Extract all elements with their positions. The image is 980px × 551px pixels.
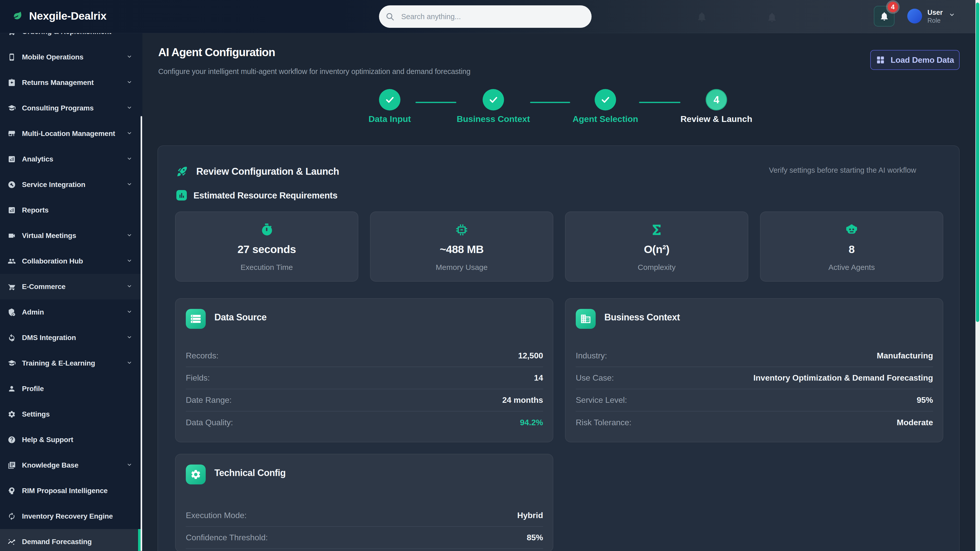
sidebar-item-settings[interactable]: Settings [0,402,142,427]
row-label: Confidence Threshold: [186,533,268,542]
sidebar-item-service-integration[interactable]: Service Integration [0,172,142,197]
top-header: Nexgile-Dealrix 4 User Role [0,0,975,33]
global-search [379,5,592,28]
search-input[interactable] [401,13,565,21]
sidebar-item-label: Knowledge Base [22,461,78,469]
sidebar-item-label: Service Integration [22,181,85,189]
step-data-input-label: Data Input [369,114,411,124]
robot-icon [845,223,859,237]
sidebar-item-label: DMS Integration [22,333,76,342]
user-menu[interactable]: User Role [928,8,943,24]
clipboard-return-icon [8,79,16,87]
row-value: 95% [917,395,933,405]
stat-label: Active Agents [829,263,875,272]
chevron-down-icon [126,334,133,341]
step-connector [530,102,570,103]
row-value: Inventory Optimization & Demand Forecast… [753,373,933,383]
sidebar-item-consulting-programs[interactable]: Consulting Programs [0,95,142,121]
gear-icon [8,410,16,418]
card-header: Data Source [186,309,267,329]
sidebar-item-knowledge-base[interactable]: Knowledge Base [0,453,142,478]
business-context-row: Industry: Manufacturing [576,345,933,367]
sidebar-item-profile[interactable]: Profile [0,376,142,402]
row-value: 24 months [502,395,543,405]
step-agent-selection-circle[interactable] [595,89,616,110]
row-label: Service Level: [576,395,627,405]
row-label: Fields: [186,373,210,383]
sidebar-item-label: Consulting Programs [22,104,94,112]
chevron-down-icon [126,283,133,290]
sidebar-item-admin[interactable]: Admin [0,300,142,325]
list-icon [186,309,206,329]
sidebar-item-analytics[interactable]: Analytics [0,146,142,172]
sidebar-item-label: Profile [22,385,44,393]
stat-label: Execution Time [240,263,293,272]
sidebar-item-label: Settings [22,410,50,418]
review-card-caption: Verify settings before starting the AI w… [769,166,916,175]
bell-icon [879,11,889,21]
chevron-down-icon [126,181,133,188]
chevron-down-icon [126,232,133,239]
step-connector [415,102,456,103]
sidebar-item-demand-forecasting[interactable]: Demand Forecasting [0,529,142,551]
step-business-context-circle[interactable] [483,89,504,110]
sidebar-item-ordering-replenishment[interactable]: Ordering & Replenishment [0,33,142,44]
sidebar-item-label: Inventory Recovery Engine [22,512,113,520]
tech-card-row: Technical Config Execution Mode: Hybrid … [175,454,943,551]
user-menu-chevron[interactable] [948,12,956,19]
avatar[interactable] [907,9,922,24]
review-card-header: Review Configuration & Launch [177,165,339,177]
user-role: Role [928,17,943,24]
card-rows: Industry: Manufacturing Use Case: Invent… [576,345,933,433]
sidebar-item-label: Returns Management [22,79,94,87]
row-label: Risk Tolerance: [576,418,632,427]
page-scrollbar[interactable] [975,0,980,551]
sidebar-item-collaboration-hub[interactable]: Collaboration Hub [0,248,142,274]
load-demo-data-button[interactable]: Load Demo Data [870,50,959,70]
step-review-launch-circle[interactable]: 4 [706,89,727,110]
card-header: Technical Config [186,465,286,484]
data-source-row: Fields: 14 [186,367,543,389]
sidebar-item-training-elearning[interactable]: Training & E-Learning [0,351,142,376]
row-label: Use Case: [576,373,614,383]
stat-memory-usage: ~488 MB Memory Usage [370,211,553,282]
row-value: 12,500 [518,351,543,360]
card-title: Technical Config [215,468,286,478]
sidebar-item-mobile-operations[interactable]: Mobile Operations [0,44,142,70]
chevron-down-icon [126,462,133,468]
review-card-title: Review Configuration & Launch [196,166,339,177]
row-value: Moderate [897,418,933,427]
sidebar-item-reports[interactable]: Reports [0,197,142,223]
refresh-icon [8,512,16,520]
page-scrollbar-thumb[interactable] [976,3,979,322]
stat-active-agents: 8 Active Agents [760,211,943,282]
step-data-input-circle[interactable] [379,89,401,110]
trending-up-icon [8,538,16,546]
data-source-row: Records: 12,500 [186,345,543,367]
chevron-down-icon [126,258,133,265]
sidebar-item-returns-management[interactable]: Returns Management [0,70,142,95]
data-source-card: Data Source Records: 12,500 Fields: 14 D… [175,298,553,442]
sync-icon [8,333,16,342]
sidebar-item-ecommerce[interactable]: E-Commerce [0,274,142,300]
sidebar-item-help-support[interactable]: Help & Support [0,427,142,453]
technical-config-row: Execution Mode: Hybrid [186,505,543,527]
sidebar-item-multi-location-management[interactable]: Multi-Location Management [0,121,142,146]
stat-value: 8 [849,243,854,256]
stat-value: O(n²) [644,243,670,256]
sidebar-item-rim-proposal-intelligence[interactable]: RIM Proposal Intelligence [0,478,142,503]
sidebar-item-label: Reports [22,206,48,214]
sidebar-item-label: Mobile Operations [22,53,83,61]
step-agent-selection-label: Agent Selection [573,114,638,124]
step-connector [639,102,680,103]
sidebar-item-inventory-recovery-engine[interactable]: Inventory Recovery Engine [0,503,142,529]
sidebar-scrollbar[interactable] [141,116,142,551]
chevron-down-icon [126,105,133,111]
user-name: User [928,8,943,17]
graduation-cap-icon [8,104,16,112]
sidebar-item-virtual-meetings[interactable]: Virtual Meetings [0,223,142,248]
stat-label: Complexity [638,263,676,272]
step-business-context-label: Business Context [457,114,530,124]
card-rows: Execution Mode: Hybrid Confidence Thresh… [186,505,543,549]
sidebar-item-dms-integration[interactable]: DMS Integration [0,325,142,351]
